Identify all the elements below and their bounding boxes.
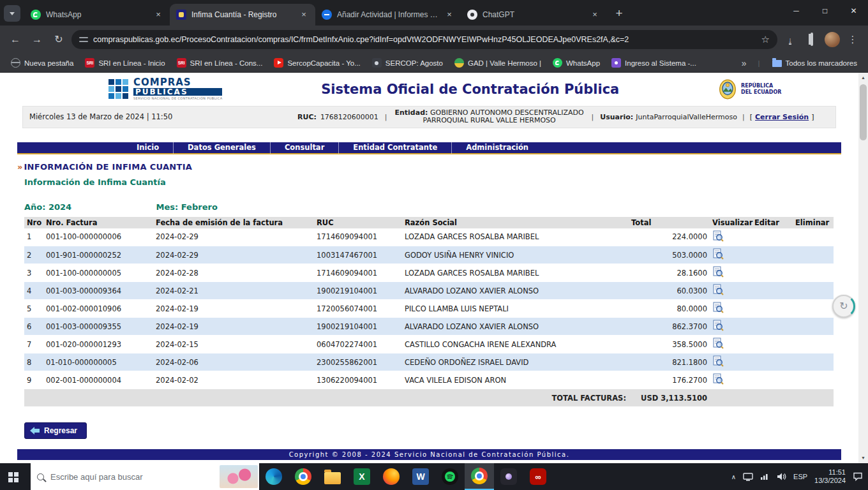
taskbar-acrobat-icon[interactable] — [523, 463, 553, 490]
cell-factura: 002-001-000000004 — [43, 371, 153, 389]
taskbar-chrome-icon[interactable] — [288, 463, 318, 490]
minimize-button[interactable] — [782, 0, 811, 22]
taskbar-chrome-active-icon[interactable] — [465, 463, 494, 490]
site-info-icon[interactable] — [79, 36, 88, 43]
tab-close-icon[interactable] — [299, 10, 309, 20]
browser-menu-icon[interactable] — [844, 31, 862, 48]
search-highlight-image[interactable] — [220, 465, 258, 488]
invoice-row: 4001-003-0000093642024-02-21190021910400… — [24, 282, 834, 300]
scroll-down-icon[interactable] — [858, 453, 868, 463]
cell-razon: ALVARADO LOZANO XAVIER ALONSO — [402, 318, 629, 336]
taskbar-firefox-icon[interactable] — [377, 463, 406, 490]
accessibility-widget-button[interactable] — [832, 295, 855, 318]
taskbar-search[interactable] — [31, 463, 259, 490]
cell-eliminar — [793, 228, 834, 246]
republic-block: REPÚBLICA DEL ECUADOR — [718, 79, 820, 100]
tab-infima-cuantia[interactable]: Infima Cuantía - Registro — [170, 4, 315, 26]
all-bookmarks-button[interactable]: Todos los marcadores — [768, 57, 862, 69]
reload-button[interactable] — [50, 31, 68, 48]
bookmark-whatsapp[interactable]: WhatsApp — [548, 56, 604, 70]
page-scrollbar[interactable] — [858, 73, 868, 463]
col-header-visualizar: Visualizar — [710, 217, 752, 228]
menu-item-datos-generales[interactable]: Datos Generales — [173, 142, 270, 154]
scrollbar-thumb[interactable] — [860, 84, 867, 140]
cell-visualizar — [710, 264, 752, 282]
bookmark-sercopcapacita[interactable]: SercopCapacita - Yo... — [269, 56, 364, 70]
bookmark-label: GAD | Valle Hermoso | — [468, 59, 541, 67]
tray-expand-icon[interactable] — [731, 473, 736, 480]
bookmarks-overflow-icon[interactable] — [738, 58, 751, 68]
close-window-button[interactable] — [839, 0, 868, 22]
cell-total: 60.0300 — [629, 282, 710, 300]
visualizar-icon[interactable] — [712, 355, 724, 367]
visualizar-icon[interactable] — [712, 266, 724, 278]
display-icon[interactable] — [743, 473, 753, 481]
taskbar-edge-icon[interactable] — [259, 463, 288, 490]
bookmark-ingreso-sistema[interactable]: Ingreso al Sistema -... — [607, 56, 701, 70]
visualizar-icon[interactable] — [712, 302, 724, 313]
entity-value: GOBIERNO AUTONOMO DESCENTRALIZADO PARROQ… — [423, 108, 583, 125]
visualizar-icon[interactable] — [712, 373, 724, 385]
bookmark-sercop-agosto[interactable]: SERCOP: Agosto — [368, 56, 447, 70]
side-panel-icon[interactable] — [811, 33, 813, 46]
tab-close-icon[interactable] — [590, 10, 600, 20]
visualizar-icon[interactable] — [712, 230, 724, 242]
language-indicator[interactable]: ESP — [793, 473, 807, 480]
visualizar-icon[interactable] — [712, 320, 724, 331]
regresar-button[interactable]: Regresar — [24, 422, 87, 439]
menu-item-entidad-contratante[interactable]: Entidad Contratante — [338, 142, 451, 154]
tab-close-icon[interactable] — [153, 10, 163, 20]
scroll-up-icon[interactable] — [858, 73, 868, 83]
visualizar-icon[interactable] — [712, 284, 724, 295]
cell-ruc: 1720056074001 — [314, 300, 402, 318]
menu-item-administracion[interactable]: Administración — [451, 142, 542, 154]
cell-visualizar — [710, 318, 752, 336]
window-controls — [782, 0, 868, 22]
back-button[interactable] — [6, 31, 24, 48]
new-tab-button[interactable] — [610, 5, 628, 23]
entity-block: Entidad: GOBIERNO AUTONOMO DESCENTRALIZA… — [394, 109, 585, 125]
cell-editar — [752, 371, 793, 389]
action-center-icon[interactable] — [853, 472, 863, 481]
logout-link[interactable]: Cerrar Sesión — [755, 113, 809, 121]
tab-whatsapp[interactable]: WhatsApp — [24, 4, 170, 26]
volume-icon[interactable] — [777, 473, 786, 480]
downloads-icon[interactable] — [788, 35, 793, 45]
maximize-button[interactable] — [811, 0, 839, 22]
taskbar-file-explorer-icon[interactable] — [318, 463, 347, 490]
tab-close-icon[interactable] — [444, 10, 454, 20]
address-bar[interactable]: compraspublicas.gob.ec/ProcesoContrataci… — [71, 30, 777, 49]
site-header: COMPRAS PÚBLICAS SERVICIO NACIONAL DE CO… — [0, 73, 858, 102]
clock-date: 13/3/2024 — [814, 477, 846, 484]
cell-fecha: 2024-02-19 — [153, 300, 314, 318]
taskbar-clock[interactable]: 11:51 13/3/2024 — [814, 468, 846, 485]
cell-nro: 9 — [24, 371, 43, 389]
bookmark-star-icon[interactable] — [761, 34, 770, 45]
tab-chatgpt[interactable]: ChatGPT — [461, 4, 606, 26]
globe-icon — [11, 58, 20, 68]
visualizar-icon[interactable] — [712, 338, 724, 349]
cell-factura: 01-010-000000005 — [43, 353, 153, 371]
bookmark-gad-valle-hermoso[interactable]: GAD | Valle Hermoso | — [450, 56, 546, 70]
visualizar-icon[interactable] — [712, 248, 724, 260]
menu-item-inicio[interactable]: Inicio — [123, 142, 173, 154]
bookmark-sri-inicio[interactable]: SRI en Línea - Inicio — [80, 56, 169, 70]
url-text[interactable]: compraspublicas.gob.ec/ProcesoContrataci… — [93, 35, 756, 44]
taskbar-spotify-icon[interactable] — [435, 463, 465, 490]
profile-avatar[interactable] — [825, 32, 840, 47]
bookmark-sri-consultas[interactable]: SRI en Línea - Cons... — [172, 56, 267, 70]
network-icon[interactable] — [760, 473, 770, 480]
bookmark-nueva-pestana[interactable]: Nueva pestaña — [6, 56, 78, 70]
bookmark-label: SRI en Línea - Inicio — [98, 59, 165, 67]
taskbar-excel-icon[interactable] — [347, 463, 377, 490]
cell-razon: LOZADA GARCES ROSALBA MARIBEL — [402, 264, 629, 282]
start-button[interactable] — [0, 463, 31, 490]
col-header-razon: Razón Social — [402, 217, 629, 228]
menu-item-consultar[interactable]: Consultar — [270, 142, 338, 154]
forward-button[interactable] — [28, 31, 46, 48]
cell-ruc: 0604702274001 — [314, 336, 402, 353]
taskbar-photos-app-icon[interactable] — [494, 463, 523, 490]
tab-search-button[interactable] — [4, 5, 20, 22]
tab-anadir-actividad[interactable]: Añadir Actividad | Informes Me — [315, 4, 461, 26]
taskbar-word-icon[interactable] — [406, 463, 435, 490]
